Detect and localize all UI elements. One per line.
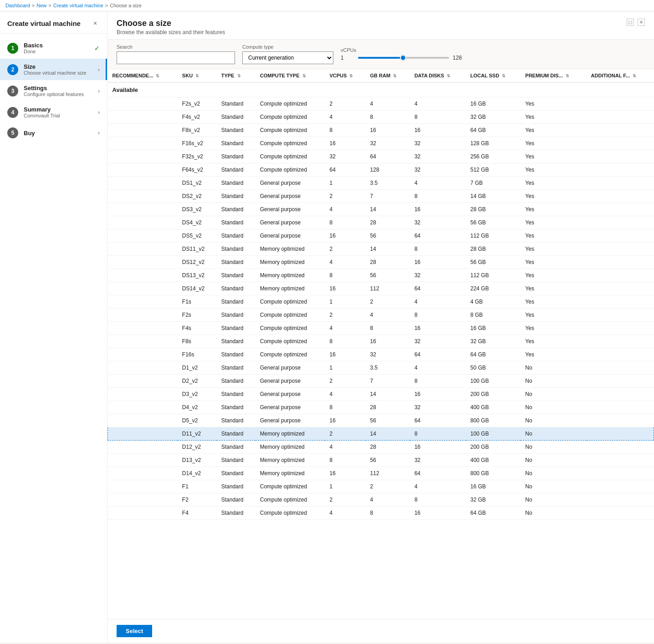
- table-row[interactable]: DS3_v2StandardGeneral purpose4141628 GBY…: [108, 203, 654, 216]
- breadcrumb: Dashboard > New > Create virtual machine…: [0, 0, 654, 11]
- cell-additionalF: [587, 216, 654, 229]
- table-row[interactable]: DS4_v2StandardGeneral purpose8283256 GBY…: [108, 216, 654, 229]
- step-1-basics[interactable]: 1 Basics Done ✓: [0, 37, 107, 59]
- cell-recommended: [108, 177, 178, 190]
- cell-localSsd: 200 GB: [466, 388, 521, 401]
- cell-type: Standard: [217, 111, 255, 124]
- table-row[interactable]: DS13_v2StandardMemory optimized85632112 …: [108, 269, 654, 282]
- cell-type: Standard: [217, 137, 255, 150]
- table-row[interactable]: D3_v2StandardGeneral purpose41416200 GBN…: [108, 388, 654, 401]
- cell-gbRam: 14: [366, 203, 410, 216]
- cell-dataDisks: 8: [410, 243, 466, 256]
- table-row[interactable]: F4sStandardCompute optimized481616 GBYes: [108, 322, 654, 335]
- search-input[interactable]: [117, 51, 235, 64]
- table-row[interactable]: DS14_v2StandardMemory optimized161126422…: [108, 282, 654, 295]
- table-row[interactable]: F16sStandardCompute optimized16326464 GB…: [108, 348, 654, 361]
- vcpu-range-slider[interactable]: [358, 57, 449, 59]
- cell-localSsd: 16 GB: [466, 322, 521, 335]
- cell-additionalF: [587, 493, 654, 507]
- col-recommended[interactable]: RECOMMENDE... ⇅: [108, 69, 178, 82]
- cell-recommended: [108, 414, 178, 427]
- table-row[interactable]: D13_v2StandardMemory optimized85632400 G…: [108, 454, 654, 467]
- breadcrumb-new[interactable]: New: [36, 3, 46, 8]
- search-label: Search: [117, 44, 235, 50]
- cell-dataDisks: 8: [410, 190, 466, 203]
- cell-localSsd: 16 GB: [466, 97, 521, 111]
- cell-gbRam: 14: [366, 427, 410, 441]
- col-compute-type[interactable]: COMPUTE TYPE ⇅: [255, 69, 325, 82]
- table-row[interactable]: F4StandardCompute optimized481664 GBNo: [108, 507, 654, 520]
- cell-dataDisks: 8: [410, 493, 466, 507]
- close-panel-button[interactable]: ×: [638, 19, 645, 26]
- col-vcpus[interactable]: VCPUS ⇅: [325, 69, 365, 82]
- table-row[interactable]: F2s_v2StandardCompute optimized24416 GBY…: [108, 97, 654, 111]
- cell-sku: D4_v2: [178, 401, 217, 414]
- cell-localSsd: 16 GB: [466, 480, 521, 493]
- cell-computeType: General purpose: [255, 216, 325, 229]
- table-row[interactable]: F2StandardCompute optimized24832 GBNo: [108, 493, 654, 507]
- cell-gbRam: 2: [366, 480, 410, 493]
- table-row[interactable]: D2_v2StandardGeneral purpose278100 GBNo: [108, 375, 654, 388]
- col-additional-f[interactable]: ADDITIONAL F... ⇅: [587, 69, 654, 82]
- step-3-settings[interactable]: 3 Settings Configure optional features ›: [0, 80, 107, 101]
- cell-premiumDis: Yes: [521, 190, 586, 203]
- table-row[interactable]: D11_v2StandardMemory optimized2148100 GB…: [108, 427, 654, 441]
- table-row[interactable]: D1_v2StandardGeneral purpose13.5450 GBNo: [108, 361, 654, 375]
- cell-gbRam: 8: [366, 111, 410, 124]
- step-4-summary[interactable]: 4 Summary Commvault Trial ›: [0, 101, 107, 123]
- table-row[interactable]: D12_v2StandardMemory optimized42816200 G…: [108, 441, 654, 454]
- step-2-size[interactable]: 2 Size Choose virtual machine size ›: [0, 59, 107, 80]
- cell-computeType: Compute optimized: [255, 137, 325, 150]
- cell-additionalF: [587, 243, 654, 256]
- table-row[interactable]: DS12_v2StandardMemory optimized4281656 G…: [108, 256, 654, 269]
- table-row[interactable]: F1StandardCompute optimized12416 GBNo: [108, 480, 654, 493]
- cell-premiumDis: Yes: [521, 150, 586, 163]
- table-row[interactable]: DS1_v2StandardGeneral purpose13.547 GBYe…: [108, 177, 654, 190]
- cell-type: Standard: [217, 177, 255, 190]
- cell-computeType: Compute optimized: [255, 322, 325, 335]
- cell-computeType: Compute optimized: [255, 163, 325, 177]
- table-row[interactable]: D5_v2StandardGeneral purpose165664800 GB…: [108, 414, 654, 427]
- compute-type-select[interactable]: Current generation All generations Previ…: [242, 51, 333, 64]
- col-sku[interactable]: SKU ⇅: [178, 69, 217, 82]
- cell-recommended: [108, 493, 178, 507]
- table-row[interactable]: F2sStandardCompute optimized2488 GBYes: [108, 309, 654, 322]
- table-row[interactable]: D14_v2StandardMemory optimized1611264800…: [108, 467, 654, 480]
- cell-premiumDis: No: [521, 361, 586, 375]
- table-row[interactable]: F64s_v2StandardCompute optimized64128325…: [108, 163, 654, 177]
- select-button[interactable]: Select: [117, 625, 152, 637]
- table-row[interactable]: D4_v2StandardGeneral purpose82832400 GBN…: [108, 401, 654, 414]
- close-button[interactable]: ×: [91, 19, 100, 28]
- step-5-buy[interactable]: 5 Buy ›: [0, 123, 107, 143]
- cell-computeType: Compute optimized: [255, 124, 325, 137]
- table-row[interactable]: DS5_v2StandardGeneral purpose165664112 G…: [108, 229, 654, 243]
- cell-sku: F64s_v2: [178, 163, 217, 177]
- cell-sku: D11_v2: [178, 427, 217, 441]
- cell-sku: DS3_v2: [178, 203, 217, 216]
- cell-vcpus: 4: [325, 441, 365, 454]
- cell-dataDisks: 8: [410, 427, 466, 441]
- table-row[interactable]: F16s_v2StandardCompute optimized16323212…: [108, 137, 654, 150]
- maximize-button[interactable]: □: [627, 19, 634, 26]
- table-row[interactable]: F32s_v2StandardCompute optimized32643225…: [108, 150, 654, 163]
- col-type[interactable]: TYPE ⇅: [217, 69, 255, 82]
- breadcrumb-dashboard[interactable]: Dashboard: [5, 3, 30, 8]
- cell-recommended: [108, 375, 178, 388]
- col-local-ssd[interactable]: LOCAL SSD ⇅: [466, 69, 521, 82]
- cell-computeType: Compute optimized: [255, 150, 325, 163]
- table-row[interactable]: F8s_v2StandardCompute optimized8161664 G…: [108, 124, 654, 137]
- step-2-number: 2: [7, 64, 18, 75]
- table-row[interactable]: F8sStandardCompute optimized8163232 GBYe…: [108, 335, 654, 348]
- cell-dataDisks: 8: [410, 111, 466, 124]
- col-data-disks[interactable]: DATA DISKS ⇅: [410, 69, 466, 82]
- table-row[interactable]: F1sStandardCompute optimized1244 GBYes: [108, 295, 654, 309]
- table-row[interactable]: DS11_v2StandardMemory optimized214828 GB…: [108, 243, 654, 256]
- table-row[interactable]: F4s_v2StandardCompute optimized48832 GBY…: [108, 111, 654, 124]
- breadcrumb-create-vm[interactable]: Create virtual machine: [53, 3, 103, 8]
- cell-localSsd: 4 GB: [466, 295, 521, 309]
- table-row[interactable]: DS2_v2StandardGeneral purpose27814 GBYes: [108, 190, 654, 203]
- cell-dataDisks: 64: [410, 229, 466, 243]
- col-premium-dis[interactable]: PREMIUM DIS... ⇅: [521, 69, 586, 82]
- col-gb-ram[interactable]: GB RAM ⇅: [366, 69, 410, 82]
- cell-type: Standard: [217, 467, 255, 480]
